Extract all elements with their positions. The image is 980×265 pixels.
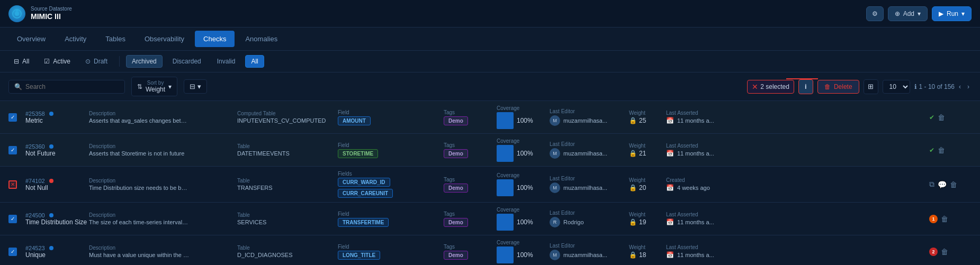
table-row[interactable]: #24500 Time Distribution Size Descriptio…: [0, 203, 980, 235]
status-dot: [49, 246, 53, 250]
checkbox[interactable]: [8, 248, 17, 256]
check-tags-cell: Tags Demo: [444, 244, 497, 260]
sort-chevron-icon: ▾: [168, 83, 172, 90]
search-box[interactable]: 🔍: [8, 80, 125, 94]
filter-icon-button[interactable]: ⊟ ▾: [184, 79, 207, 94]
field-tag: LONG_TITLE: [338, 251, 380, 260]
checkbox[interactable]: [8, 180, 17, 189]
check-tags-cell: Tags Demo: [444, 211, 497, 227]
coverage-bar: [497, 145, 514, 162]
checkbox[interactable]: [8, 146, 17, 154]
check-field-cell: Field AMOUNT: [338, 109, 444, 125]
coverage-bar: [497, 246, 514, 263]
row-checkbox[interactable]: [8, 113, 25, 122]
table-row[interactable]: #74102 Not Null Description Time Distrib…: [0, 167, 980, 203]
run-play-icon: ▶: [939, 10, 943, 17]
status-filter-group: ⊟ All ☑ Active ⊙ Draft: [8, 55, 113, 68]
toolbar-right: ✕ 2 selected i 🗑 Delete ⊞ 10 ℹ 1 - 10 of…: [747, 79, 972, 94]
prev-page-button[interactable]: ‹: [957, 82, 963, 92]
checkbox[interactable]: [8, 113, 17, 122]
grid-icon: ⊞: [868, 83, 874, 90]
add-chevron-icon: ▾: [918, 10, 921, 17]
check-description-cell: Description Time Distribution size needs…: [89, 178, 237, 191]
top-bar: Source Datastore MIMIC III ⚙ ⊕ Add ▾ ▶ R…: [0, 0, 980, 28]
field-tag: STORETIME: [338, 149, 378, 158]
info-button[interactable]: i: [798, 79, 813, 94]
filter-all[interactable]: ⊟ All: [8, 55, 34, 68]
delete-row-icon[interactable]: 🗑: [950, 180, 957, 189]
check-weight-cell: Weight 🔒 20: [629, 177, 666, 191]
delete-button[interactable]: 🗑 Delete: [817, 80, 859, 94]
copy-icon[interactable]: ⧉: [929, 180, 934, 189]
table-row[interactable]: #25358 Metric Description Asserts that a…: [0, 101, 980, 134]
check-actions-cell: 2 🗑: [929, 248, 972, 256]
settings-button[interactable]: ⚙: [866, 6, 884, 21]
filter-draft[interactable]: ⊙ Draft: [80, 55, 113, 68]
next-page-button[interactable]: ›: [965, 82, 972, 92]
check-coverage-cell: Coverage 100%: [497, 240, 550, 263]
clear-selection-button[interactable]: ✕: [752, 83, 758, 91]
row-checkbox[interactable]: [8, 180, 25, 189]
sort-button[interactable]: ⇅ Sort by Weight ▾: [131, 77, 177, 96]
table-row[interactable]: #25360 Not Future Description Asserts th…: [0, 134, 980, 167]
check-tags-cell: Tags Demo: [444, 177, 497, 193]
check-table-cell: Table DATETIMEEVENTS: [237, 143, 338, 157]
check-field-cell: Fields CURR_WARD_ID CURR_CAREUNIT: [338, 171, 444, 198]
checkbox[interactable]: [8, 215, 17, 223]
field-tag: AMOUNT: [338, 116, 371, 125]
row-checkbox[interactable]: [8, 215, 25, 223]
filter-archived[interactable]: Archived: [126, 55, 163, 68]
filter-all-type[interactable]: All: [245, 55, 264, 68]
run-button[interactable]: ▶ Run ▾: [932, 6, 972, 21]
all-icon: ⊟: [14, 58, 19, 65]
brand-logo: [8, 5, 25, 22]
comment-icon[interactable]: 💬: [938, 180, 947, 189]
filter-invalid[interactable]: Invalid: [211, 55, 241, 68]
filter-bar: ⊟ All ☑ Active ⊙ Draft Archived Discarde…: [0, 51, 980, 72]
delete-row-icon[interactable]: 🗑: [938, 113, 945, 122]
notification-badge: 2: [929, 248, 938, 256]
run-chevron-icon: ▾: [961, 10, 965, 17]
check-id-cell: #24523 Unique: [25, 245, 89, 259]
svg-point-2: [16, 10, 18, 12]
filter-discarded[interactable]: Discarded: [167, 55, 207, 68]
check-coverage-cell: Coverage 100%: [497, 105, 550, 129]
page-size-select[interactable]: 10: [883, 80, 910, 94]
type-filter-group: Archived Discarded Invalid All: [126, 55, 264, 68]
add-button[interactable]: ⊕ Add ▾: [888, 6, 928, 21]
check-description-cell: Description The size of each time-series…: [89, 212, 237, 225]
tab-tables[interactable]: Tables: [97, 31, 134, 47]
row-checkbox[interactable]: [8, 146, 25, 154]
tab-observability[interactable]: Observability: [136, 31, 193, 47]
row-checkbox[interactable]: [8, 248, 25, 256]
delete-row-icon[interactable]: 🗑: [938, 146, 945, 154]
tag-pill: Demo: [444, 251, 468, 260]
search-input[interactable]: [25, 83, 119, 90]
editor-avatar: R: [550, 217, 560, 227]
check-field-cell: Field STORETIME: [338, 142, 444, 158]
tab-overview[interactable]: Overview: [8, 31, 54, 47]
lock-icon: 🔒: [629, 150, 637, 157]
filter-active[interactable]: ☑ Active: [39, 55, 76, 68]
svg-point-1: [15, 12, 19, 16]
tag-pill: Demo: [444, 184, 468, 193]
delete-row-icon[interactable]: 🗑: [941, 215, 948, 223]
check-weight-cell: Weight 🔒 21: [629, 143, 666, 157]
delete-row-icon[interactable]: 🗑: [941, 248, 948, 256]
check-id-cell: #74102 Not Null: [25, 178, 89, 191]
delete-icon: 🗑: [824, 83, 831, 90]
coverage-bar: [497, 112, 514, 129]
nav-tabs: Overview Activity Tables Observability C…: [0, 28, 980, 51]
tab-checks[interactable]: Checks: [195, 31, 235, 47]
grid-view-button[interactable]: ⊞: [864, 79, 878, 94]
status-dot: [49, 213, 53, 217]
editor-avatar: M: [550, 182, 560, 193]
check-coverage-cell: Coverage 100%: [497, 207, 550, 231]
status-dot: [49, 112, 53, 116]
tab-activity[interactable]: Activity: [56, 31, 95, 47]
check-field-cell: Field TRANSFERTIME: [338, 211, 444, 227]
table-row[interactable]: #24523 Unique Description Must have a va…: [0, 235, 980, 265]
calendar-icon: 📅: [666, 251, 674, 259]
tab-anomalies[interactable]: Anomalies: [237, 31, 286, 47]
lock-icon: 🔒: [629, 117, 637, 124]
